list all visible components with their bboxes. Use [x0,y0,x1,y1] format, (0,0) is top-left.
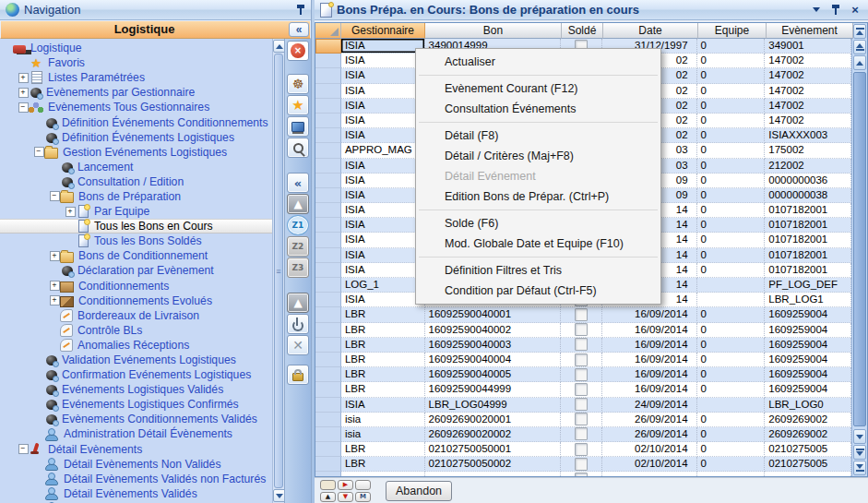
cell-solde[interactable] [561,413,602,427]
cell-bon[interactable]: 16092590040003 [425,338,561,353]
cell-gestionnaire[interactable]: isia [341,427,425,442]
tree-item[interactable]: Evénements Logistiques Validés [0,382,272,397]
cell-equipe[interactable] [697,398,766,413]
cell-date[interactable]: 26/09/2014 [602,413,697,427]
panel-close-button[interactable]: × [848,3,862,18]
cell-gestionnaire[interactable]: LBR [341,442,425,457]
tree-item[interactable]: +Listes Paramétrées [0,70,272,85]
tree-item[interactable]: Evénements Logistiques Confirmés [0,397,272,412]
cell-bon[interactable]: 26092690020001 [425,413,561,427]
menu-item[interactable]: Edition Bons de Prépar. (Ctrl+P) [417,186,660,207]
tree-item[interactable]: Détail Evènements Validés [0,486,272,501]
cell-equipe[interactable]: 0 [697,457,766,472]
row-selector[interactable] [315,39,341,54]
collapse-button[interactable]: « [287,173,309,193]
cell-evenement[interactable]: LBR_LOG1 [765,293,851,307]
cell-gestionnaire[interactable]: ISIA [341,174,425,188]
cell-evenement[interactable]: 147002 [765,99,851,114]
sync-button[interactable]: ☸ [287,74,309,94]
cell-gestionnaire[interactable]: ISIA [341,218,425,233]
down-arrow-button[interactable]: ▼ [338,492,353,502]
tree-item[interactable]: +Conditionnements [0,279,272,293]
cell-equipe[interactable]: 0 [697,128,766,143]
cell-equipe[interactable]: 0 [697,203,766,218]
move-up-button[interactable]: ▲ [287,194,309,214]
expand-icon[interactable]: + [49,281,60,291]
tree-item[interactable]: Tous les Bons Soldés [0,234,272,248]
menu-item[interactable]: Détail (F8) [417,126,660,146]
cell-equipe[interactable]: 0 [697,114,766,128]
checkbox-unchecked[interactable] [575,427,588,440]
checkbox-unchecked[interactable] [575,368,588,381]
row-selector[interactable] [315,233,341,247]
move-up-2-button[interactable]: ▲ [287,293,309,313]
row-selector[interactable] [315,114,341,128]
row-selector[interactable] [315,68,341,83]
tree-item[interactable]: −Evènements Tous Gestionnaires [0,100,272,114]
tree-item[interactable]: Validation Evénements Logistiques [0,353,272,367]
row-selector[interactable] [315,143,341,158]
cell-evenement[interactable]: 1609259004 [765,323,851,338]
collapse-icon[interactable]: − [18,444,29,454]
cell-bon[interactable]: 16092590040005 [425,367,561,382]
expand-icon[interactable]: + [18,73,29,83]
scroll-page-down-button[interactable] [853,445,866,460]
row-selector[interactable] [315,248,341,263]
cell-equipe[interactable]: 0 [697,248,766,263]
cell-gestionnaire[interactable]: LBR [341,457,425,472]
cell-gestionnaire[interactable]: ISIA [341,293,425,307]
cell-gestionnaire[interactable]: LBR [341,382,425,397]
middle-button[interactable]: M [355,492,371,502]
tree-item[interactable]: Anomalies Réceptions [0,338,272,353]
zoom1-button[interactable]: Z1 [287,215,309,235]
row-selector[interactable] [315,457,341,472]
cell-evenement[interactable]: 2609269002 [765,427,851,442]
cell-equipe[interactable] [697,472,766,476]
row-selector[interactable] [315,323,341,338]
cell-gestionnaire[interactable]: ISIA [341,54,425,68]
grid-vertical-scrollbar[interactable] [851,23,867,476]
menu-item[interactable]: Evènement Courant (F12) [417,78,660,99]
checkbox-unchecked[interactable] [575,308,588,321]
cell-date[interactable]: 02/10/2014 [602,442,697,457]
cell-evenement[interactable]: 212002 [765,159,851,174]
column-header-date[interactable]: Date [603,23,698,39]
cell-evenement[interactable]: 1609259004 [765,382,851,397]
cell-date[interactable]: 16/09/2014 [602,323,697,338]
collapse-icon[interactable]: − [49,191,60,201]
table-row[interactable]: isia2609269002000126/09/201402609269002 [315,413,851,427]
cell-bon[interactable]: 16092590040004 [425,353,561,367]
menu-item[interactable]: Actualiser [417,52,660,72]
cell-solde[interactable] [561,382,602,397]
search-button[interactable] [287,138,309,158]
select-all-corner-header[interactable] [315,23,341,39]
tree-item[interactable]: Lancement [0,160,272,174]
tree-item[interactable]: Favoris [0,55,272,70]
cell-date[interactable]: 02/10/2014 [602,457,697,472]
cell-evenement[interactable]: 0210275005 [765,442,851,457]
cell-gestionnaire[interactable]: ISIA [341,99,425,114]
cell-equipe[interactable]: 0 [697,84,766,99]
row-selector[interactable] [315,338,341,353]
cell-equipe[interactable]: 0 [697,68,766,83]
table-row[interactable]: LBR1609259004000516/09/201401609259004 [315,367,851,382]
tree-item[interactable]: Définition Événements Logistiques [0,130,272,145]
tree-scrollbar[interactable]: ≡ [272,39,284,503]
cell-gestionnaire[interactable]: ISIA [341,128,425,143]
table-row[interactable] [315,472,851,476]
cell-evenement[interactable]: 147002 [765,84,851,99]
checkbox-unchecked[interactable] [575,383,588,396]
cell-evenement[interactable]: ISIAXXX003 [765,128,851,143]
tree-scrollbar-thumb[interactable]: ≡ [274,54,283,488]
menu-item[interactable]: Solde (F6) [417,213,660,234]
row-selector[interactable] [315,174,341,188]
cell-gestionnaire[interactable]: LBR [341,367,425,382]
cell-date[interactable]: 26/09/2014 [602,427,697,442]
table-row[interactable]: LBR1609259004000316/09/201401609259004 [315,338,851,353]
table-row[interactable]: isia2609269002000226/09/201402609269002 [315,427,851,442]
row-selector[interactable] [315,218,341,233]
table-row[interactable]: LBR0210275005000202/10/201400210275005 [315,457,851,472]
checkbox-unchecked[interactable] [575,473,588,476]
cell-evenement[interactable]: 1609259004 [765,307,851,322]
table-row[interactable]: LBR1609259004000416/09/201401609259004 [315,353,851,367]
